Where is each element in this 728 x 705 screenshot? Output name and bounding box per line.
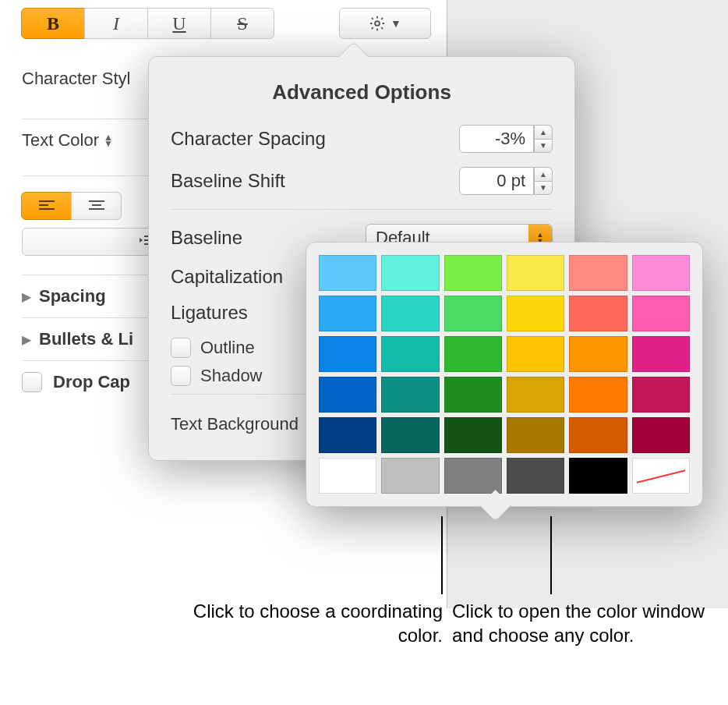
bold-button[interactable]: B: [21, 8, 85, 39]
drop-cap-checkbox[interactable]: [22, 372, 42, 392]
color-swatch[interactable]: [507, 255, 564, 291]
stepper-down-button[interactable]: ▼: [534, 139, 553, 154]
spacing-label: Spacing: [39, 286, 106, 306]
color-swatch[interactable]: [444, 458, 502, 494]
color-swatch[interactable]: [381, 458, 439, 494]
color-swatch[interactable]: [569, 417, 627, 453]
baseline-shift-stepper[interactable]: 0 pt ▲ ▼: [459, 167, 553, 195]
color-swatch[interactable]: [319, 458, 376, 494]
bullets-label: Bullets & Li: [39, 329, 133, 349]
color-swatch[interactable]: [319, 336, 376, 372]
color-swatch-grid: [319, 255, 690, 494]
disclosure-triangle-icon: ▶: [22, 289, 31, 304]
color-swatch[interactable]: [319, 296, 376, 331]
svg-point-0: [375, 21, 380, 26]
text-style-toolbar: B I U S ▼: [22, 8, 431, 39]
character-styles-label: Character Styl: [22, 69, 130, 89]
align-center-icon: [89, 196, 104, 217]
color-swatch[interactable]: [632, 336, 690, 372]
char-spacing-stepper[interactable]: -3% ▲ ▼: [459, 125, 553, 153]
divider: [171, 209, 553, 210]
color-swatch[interactable]: [319, 255, 376, 291]
color-swatch[interactable]: [319, 417, 376, 453]
popover-title: Advanced Options: [171, 80, 553, 105]
chevron-updown-icon: ▲▼: [104, 134, 113, 147]
color-swatch[interactable]: [569, 336, 627, 372]
color-swatch[interactable]: [381, 255, 439, 291]
baseline-shift-label: Baseline Shift: [171, 170, 459, 192]
color-swatch[interactable]: [444, 296, 502, 331]
color-swatch[interactable]: [381, 336, 439, 372]
shadow-checkbox[interactable]: [171, 366, 191, 386]
italic-button[interactable]: I: [84, 8, 148, 39]
callout-right: Click to open the color window and choos…: [452, 599, 709, 647]
text-background-label: Text Background: [171, 414, 299, 434]
drop-cap-label: Drop Cap: [53, 372, 130, 392]
outline-checkbox[interactable]: [171, 338, 191, 358]
color-swatch[interactable]: [381, 377, 439, 413]
svg-marker-10: [140, 238, 143, 243]
alignment-group: [22, 192, 123, 220]
color-swatch[interactable]: [569, 296, 627, 331]
char-spacing-value[interactable]: -3%: [459, 125, 534, 153]
advanced-options-button[interactable]: ▼: [339, 8, 431, 39]
color-swatch[interactable]: [632, 255, 690, 291]
color-swatch[interactable]: [507, 296, 564, 331]
color-swatch[interactable]: [507, 377, 564, 413]
color-swatch[interactable]: [569, 377, 627, 413]
color-swatch[interactable]: [507, 417, 564, 453]
color-swatch[interactable]: [632, 296, 690, 331]
color-swatch[interactable]: [319, 377, 376, 413]
underline-button[interactable]: U: [147, 8, 211, 39]
color-swatch[interactable]: [444, 417, 502, 453]
disclosure-triangle-icon: ▶: [22, 332, 31, 347]
color-swatch[interactable]: [632, 377, 690, 413]
text-color-label: Text Color: [22, 130, 99, 151]
stepper-down-button[interactable]: ▼: [534, 181, 553, 196]
stepper-up-button[interactable]: ▲: [534, 167, 553, 181]
color-swatch[interactable]: [569, 255, 627, 291]
color-swatch[interactable]: [381, 296, 439, 331]
color-swatch[interactable]: [569, 458, 627, 494]
strikethrough-button[interactable]: S: [210, 8, 274, 39]
char-spacing-label: Character Spacing: [171, 128, 459, 150]
outline-label: Outline: [200, 338, 255, 358]
align-center-button[interactable]: [71, 192, 122, 220]
color-swatch[interactable]: [381, 417, 439, 453]
stepper-up-button[interactable]: ▲: [534, 125, 553, 139]
align-left-button[interactable]: [21, 192, 72, 220]
align-left-icon: [39, 196, 55, 217]
color-swatch[interactable]: [632, 458, 690, 494]
callout-left: Click to choose a coordinating color.: [184, 599, 443, 647]
callout-leader-line: [441, 516, 443, 594]
baseline-shift-value[interactable]: 0 pt: [459, 167, 534, 195]
chevron-down-icon: ▼: [391, 17, 401, 30]
color-swatch[interactable]: [507, 336, 564, 372]
color-swatch[interactable]: [444, 336, 502, 372]
color-swatch-popover: [306, 242, 703, 507]
style-segment-group: B I U S: [22, 8, 274, 39]
shadow-label: Shadow: [200, 366, 263, 386]
callout-leader-line: [550, 516, 552, 594]
color-swatch[interactable]: [444, 255, 502, 291]
gear-icon: [369, 15, 386, 32]
color-swatch[interactable]: [507, 458, 564, 494]
color-swatch[interactable]: [632, 417, 690, 453]
color-swatch[interactable]: [444, 377, 502, 413]
